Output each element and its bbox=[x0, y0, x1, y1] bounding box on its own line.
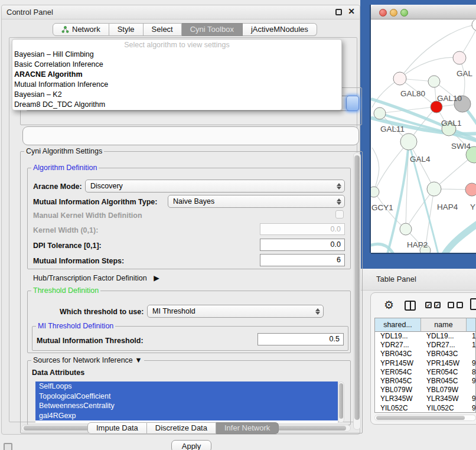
column-header[interactable]: name bbox=[421, 318, 467, 332]
which-threshold-combo[interactable]: MI Threshold bbox=[147, 305, 324, 318]
dropdown-item[interactable]: Bayesian – K2 bbox=[12, 90, 341, 100]
table-cell: YIL052C bbox=[375, 404, 421, 413]
chevron-right-icon: ▶ bbox=[154, 273, 159, 282]
attribute-item[interactable]: SelfLoops bbox=[35, 381, 338, 392]
tab-select[interactable]: Select bbox=[144, 23, 182, 36]
tab-cyni-toolbox[interactable]: Cyni Toolbox bbox=[182, 23, 243, 36]
cyni-bottom-tabs: Impute DataDiscretize DataInfer Network bbox=[87, 422, 279, 434]
table-row[interactable]: YLR345WYLR345W9. bbox=[375, 394, 475, 403]
dropdown-item[interactable]: ARACNE Algorithm bbox=[12, 70, 341, 80]
network-node-y[interactable] bbox=[465, 183, 476, 196]
algorithm-definition-title: Algorithm Definition bbox=[31, 164, 99, 172]
table-row[interactable]: YPR145WYPR145W9. bbox=[375, 359, 475, 368]
combo-arrows-icon bbox=[314, 308, 323, 315]
control-panel-window: Control Panel ✕ NetworkStyleSelectCyni T… bbox=[1, 5, 360, 435]
node-label: GAL4 bbox=[410, 155, 431, 164]
network-edge-highlighted bbox=[444, 223, 476, 253]
aracne-mode-combo[interactable]: Discovery bbox=[85, 180, 345, 193]
table-cell: YBL079W bbox=[375, 386, 421, 394]
kernel-width-field[interactable]: 0.0 bbox=[260, 223, 345, 235]
deselect-all-columns-icon[interactable] bbox=[448, 302, 463, 308]
network-node-gal10[interactable] bbox=[428, 76, 440, 87]
dpi-tolerance-field[interactable]: 0.0 bbox=[260, 239, 345, 251]
table-row[interactable]: YER054CYER054C8. bbox=[375, 368, 475, 377]
table-cell: YLR345W bbox=[421, 394, 467, 403]
export-table-icon[interactable] bbox=[470, 298, 476, 310]
attribute-item[interactable]: TopologicalCoefficient bbox=[35, 392, 338, 402]
mi-threshold-label: Mutual Information Threshold: bbox=[37, 337, 144, 345]
float-window-icon[interactable] bbox=[335, 9, 342, 15]
table-cell: YDL19... bbox=[421, 332, 467, 341]
attribute-item[interactable]: BetweennessCentrality bbox=[35, 401, 338, 411]
network-node-gal1[interactable] bbox=[431, 101, 442, 113]
close-traffic-light[interactable] bbox=[379, 9, 387, 17]
split-columns-icon[interactable] bbox=[405, 301, 416, 311]
node-label: Y bbox=[470, 203, 475, 211]
network-node-gal[interactable] bbox=[453, 51, 466, 64]
table-horizontal-scrollbar[interactable] bbox=[374, 415, 476, 421]
table-row[interactable]: YBR043CYBR043C bbox=[375, 350, 475, 358]
tab-jactivemnodules[interactable]: jActiveMNodules bbox=[243, 23, 317, 36]
close-icon[interactable]: ✕ bbox=[348, 6, 355, 16]
table-row[interactable]: YDL19...YDL19...13 bbox=[375, 332, 475, 341]
tab-network[interactable]: Network bbox=[53, 23, 109, 36]
column-header[interactable]: A bbox=[467, 318, 476, 332]
dropdown-item[interactable]: Basic Correlation Inference bbox=[12, 60, 341, 70]
settings-vertical-scrollbar[interactable] bbox=[353, 152, 361, 430]
dropdown-header: Select algorithm to view settings bbox=[12, 40, 341, 50]
gear-icon[interactable]: ⚙ bbox=[384, 299, 394, 311]
network-node-hap4[interactable] bbox=[427, 182, 441, 196]
node-label: SWI4 bbox=[451, 142, 471, 151]
mi-type-combo[interactable]: Naive Bayes bbox=[168, 195, 345, 208]
attribute-list-scrollbar[interactable] bbox=[338, 381, 344, 423]
combo-arrows-icon bbox=[335, 198, 344, 205]
network-graph[interactable]: GALGAL80GAL10GAL1GAL11SWI4GAL4GCY1HAP4YH… bbox=[371, 20, 476, 253]
table-cell bbox=[467, 350, 476, 358]
table-panel-title: Table Panel bbox=[376, 275, 416, 283]
table-row[interactable]: YDR27...YDR27...12 bbox=[375, 341, 475, 350]
apply-button[interactable]: Apply bbox=[171, 440, 211, 450]
network-canvas[interactable]: GALGAL80GAL10GAL1GAL11SWI4GAL4GCY1HAP4YH… bbox=[371, 20, 476, 253]
network-edge bbox=[372, 148, 379, 192]
network-node[interactable] bbox=[472, 20, 476, 31]
network-window-titlebar[interactable] bbox=[371, 5, 476, 19]
minimized-panel-icon[interactable] bbox=[4, 443, 12, 450]
table-cell: YPR145W bbox=[375, 359, 421, 368]
network-node-gal80[interactable] bbox=[393, 72, 406, 85]
node-label: GAL1 bbox=[441, 119, 462, 128]
hub-definition-expander[interactable]: Hub/Transcription Factor Definition ▶ bbox=[33, 273, 159, 282]
column-header[interactable]: shared... bbox=[375, 318, 421, 332]
attribute-item[interactable]: gal4RGexp bbox=[35, 411, 338, 421]
dropdown-item[interactable]: Mutual Information Inference bbox=[12, 80, 341, 90]
select-all-columns-icon[interactable]: ✓✓ bbox=[425, 302, 441, 308]
tab-discretize-data[interactable]: Discretize Data bbox=[147, 422, 216, 434]
mi-threshold-field[interactable]: 0.5 bbox=[257, 333, 344, 345]
algorithm-combo-button[interactable] bbox=[346, 96, 359, 111]
manual-kernel-checkbox[interactable] bbox=[335, 210, 344, 219]
table-cell: YPR145W bbox=[421, 359, 467, 368]
table-cell: 13 bbox=[467, 332, 476, 341]
network-node-hap2[interactable] bbox=[400, 223, 412, 235]
dropdown-item[interactable]: Dream8 DC_TDC Algorithm bbox=[12, 100, 341, 110]
data-attributes-list: SelfLoopsTopologicalCoefficientBetweenne… bbox=[35, 381, 338, 423]
network-node-gal11[interactable] bbox=[374, 107, 386, 119]
node-label: GAL bbox=[457, 69, 473, 78]
tab-impute-data[interactable]: Impute Data bbox=[87, 422, 147, 434]
dropdown-item[interactable]: Bayesian – Hill Climbing bbox=[12, 50, 341, 60]
network-node-gcy1[interactable] bbox=[371, 187, 379, 197]
tab-infer-network[interactable]: Infer Network bbox=[216, 422, 279, 434]
table-row[interactable]: YBL079WYBL079W bbox=[375, 386, 475, 394]
sources-title[interactable]: Sources for Network Inference ▼ bbox=[31, 356, 144, 364]
mi-steps-field[interactable]: 6 bbox=[260, 254, 345, 266]
table-row[interactable]: YIL052CYIL052C9. bbox=[375, 404, 475, 413]
dropdown-items: Bayesian – Hill ClimbingBasic Correlatio… bbox=[12, 50, 341, 110]
table-row[interactable]: YBR045CYBR045C9. bbox=[375, 377, 475, 386]
network-node-gal4[interactable] bbox=[400, 133, 417, 150]
network-icon bbox=[61, 26, 69, 33]
network-name-field[interactable] bbox=[22, 126, 359, 145]
zoom-traffic-light[interactable] bbox=[400, 9, 408, 17]
combo-arrows-icon bbox=[335, 183, 344, 190]
tab-style[interactable]: Style bbox=[109, 23, 144, 36]
cyni-settings-title: Cyni Algorithm Settings bbox=[24, 147, 104, 155]
minimize-traffic-light[interactable] bbox=[390, 9, 397, 17]
